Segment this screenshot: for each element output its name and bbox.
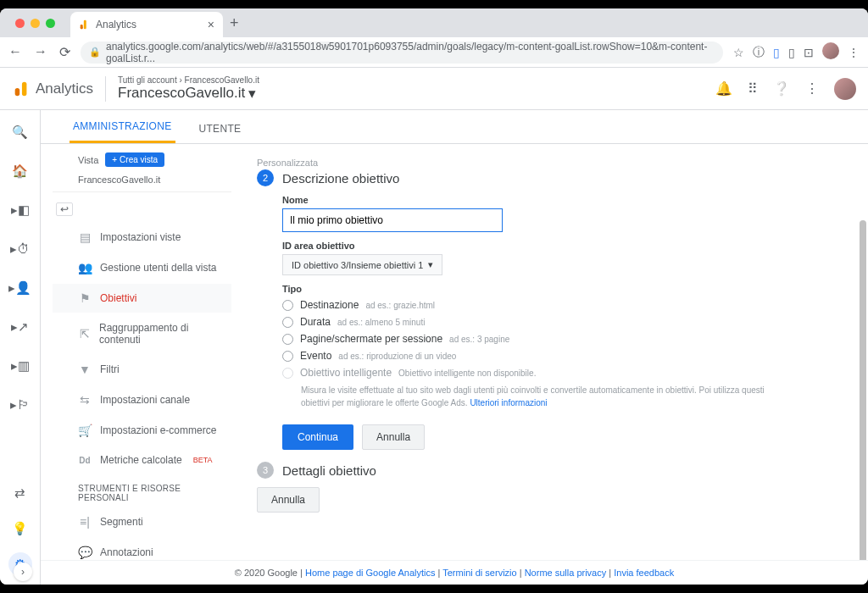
- new-tab-button[interactable]: +: [230, 14, 239, 32]
- customization-icon[interactable]: ▸◧: [8, 198, 32, 222]
- cancel-button-bottom[interactable]: Annulla: [257, 487, 320, 513]
- smart-goal-description: Misura le visite effettuate al tuo sito …: [301, 384, 776, 409]
- extension-icon[interactable]: ⓘ: [753, 45, 765, 60]
- goal-slot-select[interactable]: ID obiettivo 3/Insieme obiettivi 1▾: [282, 254, 442, 275]
- acquisition-icon[interactable]: ▸↗: [8, 315, 32, 339]
- conversions-icon[interactable]: ▸🏳: [8, 393, 32, 417]
- channel-icon: ⇆: [78, 393, 92, 407]
- cart-icon: 🛒: [78, 424, 92, 437]
- realtime-icon[interactable]: ▸⏱: [8, 237, 32, 261]
- menu-calculated-metrics[interactable]: DdMetriche calcolateBETA: [53, 446, 231, 474]
- audience-icon[interactable]: ▸👤: [8, 276, 32, 300]
- step-badge-3: 3: [257, 462, 274, 479]
- menu-icon[interactable]: ⋮: [848, 46, 860, 59]
- browser-chrome: Analytics × + ← → ⟳ 🔒 analytics.google.c…: [0, 8, 868, 68]
- footer-link-privacy[interactable]: Norme sulla privacy: [525, 568, 607, 578]
- chevron-down-icon: ▾: [428, 259, 433, 270]
- more-icon[interactable]: ⋮: [805, 80, 819, 97]
- radio-pages[interactable]: Pagine/schermate per sessionead es.: 3 p…: [282, 333, 834, 345]
- menu-user-management[interactable]: 👥Gestione utenti della vista: [53, 253, 231, 282]
- section-personal: STRUMENTI E RISORSE PERSONALI: [53, 475, 231, 506]
- behavior-icon[interactable]: ▸▥: [8, 354, 32, 378]
- menu-ecommerce[interactable]: 🛒Impostazioni e-commerce: [53, 416, 231, 445]
- radio-duration[interactable]: Durataad es.: almeno 5 minuti: [282, 316, 834, 328]
- menu-goals[interactable]: ⚑Obiettivi: [53, 284, 231, 313]
- group-icon: ⇱: [78, 327, 91, 341]
- step2-title: Descrizione obiettivo: [282, 171, 399, 186]
- browser-tab[interactable]: Analytics ×: [70, 12, 223, 37]
- filter-icon: ▼: [78, 363, 92, 376]
- type-label: Tipo: [282, 284, 834, 294]
- product-name: Analytics: [36, 80, 93, 97]
- star-icon[interactable]: ☆: [733, 46, 744, 59]
- expand-rail-button[interactable]: ›: [14, 563, 32, 581]
- step3-title: Dettagli obiettivo: [282, 463, 376, 478]
- flag-icon: ⚑: [78, 291, 92, 305]
- notifications-icon[interactable]: 🔔: [715, 80, 732, 97]
- left-nav-rail: 🔍 🏠 ▸◧ ▸⏱ ▸👤 ▸↗ ▸▥ ▸🏳 ⇄ 💡 ⚙: [0, 110, 41, 585]
- menu-content-grouping[interactable]: ⇱Raggruppamento di contenuti: [53, 314, 231, 353]
- footer-link-home[interactable]: Home page di Google Analytics: [305, 568, 435, 578]
- lock-icon: 🔒: [89, 47, 101, 58]
- help-icon[interactable]: ❔: [773, 80, 790, 97]
- tab-title: Analytics: [96, 19, 136, 30]
- document-icon: ▤: [78, 230, 92, 244]
- menu-view-settings[interactable]: ▤Impostazioni viste: [53, 223, 231, 252]
- annotation-icon: 💬: [78, 546, 92, 559]
- analytics-logo-icon: [12, 80, 31, 98]
- goal-form: Personalizzata 2 Descrizione obiettivo N…: [231, 144, 868, 585]
- chevron-down-icon: ▾: [248, 85, 256, 103]
- menu-channel-settings[interactable]: ⇆Impostazioni canale: [53, 385, 231, 414]
- apps-icon[interactable]: ⠿: [748, 80, 758, 97]
- property-selector[interactable]: Tutti gli account › FrancescoGavello.it …: [118, 75, 259, 103]
- reload-button[interactable]: ⟳: [59, 44, 70, 60]
- radio-event[interactable]: Eventoad es.: riproduzione di un video: [282, 350, 834, 362]
- scrollbar-thumb[interactable]: [860, 220, 866, 576]
- page-footer: © 2020 Google | Home page di Google Anal…: [41, 560, 868, 585]
- avatar[interactable]: [834, 78, 856, 100]
- menu-filters[interactable]: ▼Filtri: [53, 355, 231, 384]
- slot-label: ID area obiettivo: [282, 241, 834, 251]
- admin-sidebar: Vista +Crea vista FrancescoGavello.it ↩ …: [41, 144, 231, 585]
- window-controls[interactable]: [8, 19, 62, 28]
- continue-button[interactable]: Continua: [282, 424, 353, 450]
- svg-point-2: [81, 26, 83, 29]
- create-view-button[interactable]: +Crea vista: [105, 152, 164, 167]
- name-label: Nome: [282, 195, 834, 205]
- home-icon[interactable]: 🏠: [8, 159, 32, 183]
- attribution-icon[interactable]: ⇄: [8, 481, 32, 505]
- cancel-button[interactable]: Annulla: [362, 424, 425, 450]
- svg-rect-3: [22, 81, 26, 96]
- search-icon[interactable]: 🔍: [8, 120, 32, 144]
- footer-link-feedback[interactable]: Invia feedback: [614, 568, 674, 578]
- url-text: analytics.google.com/analytics/web/#/a31…: [106, 41, 715, 64]
- users-icon: 👥: [78, 261, 92, 274]
- tab-user[interactable]: UTENTE: [196, 114, 245, 143]
- segments-icon: ≡|: [78, 515, 92, 529]
- vista-label: Vista: [78, 155, 98, 165]
- address-bar[interactable]: 🔒 analytics.google.com/analytics/web/#/a…: [81, 42, 723, 64]
- profile-icon[interactable]: [822, 42, 839, 62]
- discover-icon[interactable]: 💡: [8, 517, 32, 540]
- menu-segments[interactable]: ≡|Segmenti: [53, 507, 231, 536]
- app-header: Analytics Tutti gli account › FrancescoG…: [0, 68, 868, 110]
- view-selector[interactable]: FrancescoGavello.it: [53, 172, 231, 192]
- close-icon[interactable]: ×: [208, 18, 214, 31]
- extension-icon-4[interactable]: ⊡: [804, 46, 814, 59]
- svg-rect-4: [15, 88, 20, 96]
- svg-rect-0: [84, 20, 86, 30]
- step1-subtitle: Personalizzata: [257, 158, 834, 168]
- radio-destination[interactable]: Destinazionead es.: grazie.html: [282, 299, 834, 311]
- extension-icon-2[interactable]: ▯: [773, 46, 780, 59]
- extension-icon-3[interactable]: ▯: [788, 46, 795, 59]
- tab-admin[interactable]: AMMINISTRAZIONE: [70, 112, 175, 143]
- goal-name-input[interactable]: [282, 208, 503, 232]
- metrics-icon: Dd: [78, 456, 92, 465]
- radio-smart: Obiettivo intelligenteObiettivo intellig…: [282, 367, 834, 379]
- step-badge-2: 2: [257, 169, 274, 186]
- footer-link-terms[interactable]: Termini di servizio: [442, 568, 516, 578]
- forward-button[interactable]: →: [34, 44, 47, 60]
- back-button[interactable]: ←: [8, 44, 22, 60]
- learn-more-link[interactable]: Ulteriori informazioni: [470, 398, 547, 407]
- back-button[interactable]: ↩: [56, 202, 73, 216]
